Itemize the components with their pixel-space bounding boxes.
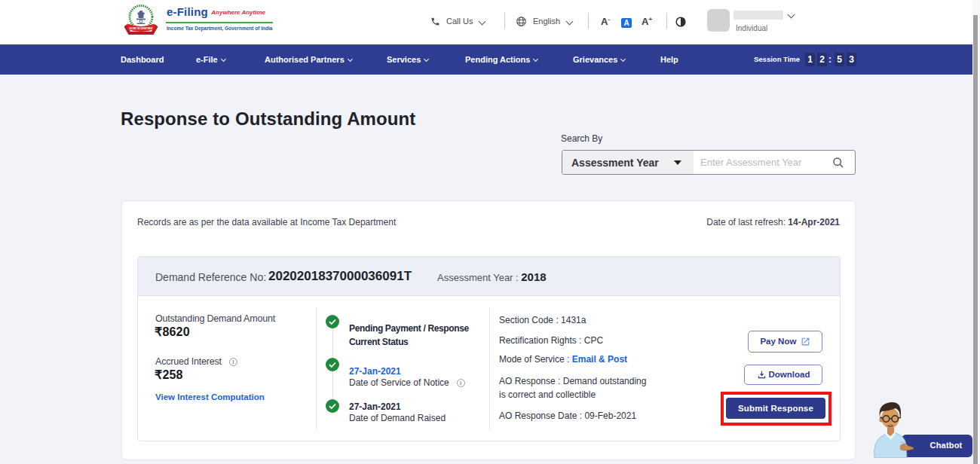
svg-text:INCOME TAX DEPARTMENT: INCOME TAX DEPARTMENT — [130, 27, 154, 30]
